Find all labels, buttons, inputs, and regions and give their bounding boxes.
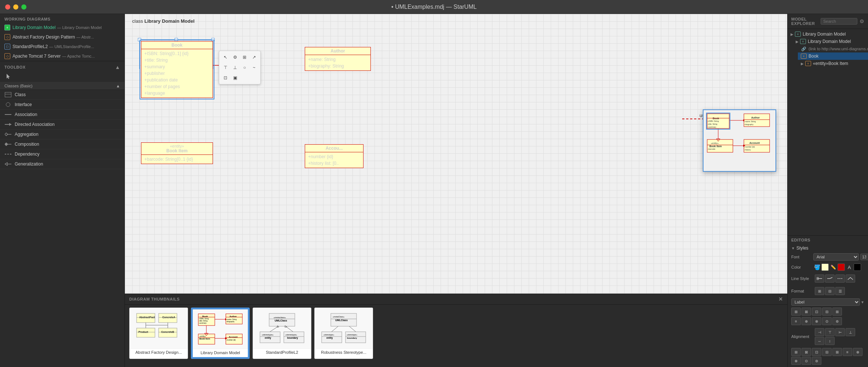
line-style-btn-4[interactable] (846, 275, 855, 283)
model-explorer-gear-icon[interactable]: ⚙ (860, 18, 864, 24)
icon-btn-r2-1[interactable]: ≡ (791, 317, 801, 325)
thumbnail-standard[interactable]: «metaclass» UMLClass «stereotype» entity… (253, 308, 311, 359)
toolbox-cursor-tool[interactable] (0, 72, 124, 82)
align-btn-1[interactable]: ⊣ (815, 328, 824, 336)
tree-item-link[interactable]: 🔗 (link to http://www.uml-diagrams.org/l… (798, 45, 868, 52)
icon-btn-r2-3[interactable]: ⊗ (812, 317, 821, 325)
icon-btn-r3-4[interactable]: ⊟ (822, 348, 832, 356)
author-class[interactable]: Author +name: String +biography: String (305, 47, 371, 71)
toolbox-composition-item[interactable]: Composition (0, 139, 124, 149)
icon-btn-r1-5[interactable]: ⊞ (832, 308, 842, 316)
diagram-sub-tomcat: — Apache Tomc... (62, 54, 95, 58)
format-btn-3[interactable]: ☰ (835, 287, 845, 295)
icon-btn-r3-8[interactable]: ⊗ (791, 357, 801, 365)
minimize-button[interactable] (13, 4, 18, 10)
tree-item-root[interactable]: ▶ ≡ Library Domain Model (788, 30, 868, 38)
color-pencil-icon[interactable]: ✏️ (829, 264, 837, 271)
account-class[interactable]: Accou... +number {id} +history list: [0.… (305, 144, 364, 168)
icon-btn-r3-7[interactable]: ⊕ (853, 348, 862, 356)
toolbox-interface-item[interactable]: Interface (0, 100, 124, 110)
toolbox-collapse-btn[interactable]: ▲ (115, 64, 120, 70)
thumbnail-factory-img: AbstractFact ConcreteA Product ConcreteB (130, 308, 188, 348)
toolbar-btn-gear[interactable]: ⚙ (231, 53, 239, 62)
maximize-button[interactable] (21, 4, 26, 10)
icon-btn-r3-5[interactable]: ⊞ (832, 348, 842, 356)
icon-btn-r3-9[interactable]: ⊙ (802, 357, 811, 365)
tree-item-bookitem[interactable]: ▶ ≡ «entity»Book Item (798, 60, 868, 67)
font-select[interactable]: Arial Helvetica Times New Roman (813, 253, 859, 261)
toolbar-btn-align1[interactable]: ⊤ (221, 63, 230, 72)
toolbox-section-basic[interactable]: Classes (Basic) ▲ (0, 82, 124, 90)
toolbar-btn-select[interactable]: ↖ (221, 53, 230, 62)
line-style-btn-2[interactable] (825, 275, 835, 283)
diagram-item-factory[interactable]: ◇ Abstract Factory Design Pattern — Abst… (0, 32, 124, 42)
label-select[interactable]: Label No Label (791, 298, 860, 306)
format-btn-2[interactable]: ⊟ (825, 287, 835, 295)
toolbar-btn-tilde[interactable]: ~ (250, 63, 258, 72)
toolbar-btn-box2[interactable]: ▣ (231, 73, 239, 82)
thumbnail-library[interactable]: Book +ISBN: String +title: String +summa… (191, 308, 250, 359)
icon-btn-r2-5[interactable]: ⊚ (832, 317, 842, 325)
icon-btn-r1-1[interactable]: ⊞ (791, 308, 801, 316)
svg-line-120 (332, 326, 338, 332)
account-class-name: Accou... (326, 146, 343, 151)
tree-item-book[interactable]: ≡ Book (798, 52, 868, 60)
svg-text:Book Item: Book Item (199, 338, 210, 340)
thumbnail-robustness[interactable]: «metaClass» UMLClass «stereotype» entity… (314, 308, 373, 359)
toolbar-btn-circle[interactable]: ○ (240, 63, 249, 72)
styles-collapse-btn[interactable]: ▼ Styles (790, 244, 866, 252)
tree-label-bookitem: «entity»Book Item (813, 61, 848, 66)
align-btn-5[interactable]: ↔ (815, 337, 824, 345)
tree-item-ldm[interactable]: ▶ ≡ Library Domain Model (793, 38, 868, 45)
font-size-input[interactable] (860, 254, 868, 260)
icon-btn-r2-2[interactable]: ⊕ (802, 317, 811, 325)
toolbox-class-item[interactable]: Class (0, 90, 124, 100)
align-btn-6[interactable]: ↕ (825, 337, 835, 345)
color-text-icon[interactable]: A (846, 264, 853, 271)
toolbox-directed-assoc-item[interactable]: Directed Association (0, 120, 124, 130)
format-btn-1[interactable]: ⊞ (815, 287, 824, 295)
diagram-item-tomcat[interactable]: ◇ Apache Tomcat 7 Server — Apache Tomc..… (0, 51, 124, 61)
toolbox-header: TOOLBOX ▲ (0, 61, 124, 72)
icon-btn-r1-4[interactable]: ⊟ (822, 308, 832, 316)
toolbox-aggregation-item[interactable]: Aggregation (0, 130, 124, 139)
toolbox-dependency-item[interactable]: Dependency (0, 149, 124, 159)
align-btn-2[interactable]: ⊤ (825, 328, 835, 336)
diagram-item-standard[interactable]: ⟨⟩ StandardProfileL2 — UMLStandardProfil… (0, 42, 124, 51)
toolbar-btn-align2[interactable]: ⊥ (231, 63, 239, 72)
icon-btn-r3-2[interactable]: ⊠ (802, 348, 811, 356)
canvas-area[interactable]: writes 1..* +borrowed 0..12 class Librar… (125, 14, 787, 367)
toolbar-btn-box1[interactable]: ⊡ (221, 73, 230, 82)
bookitem-class[interactable]: «entity» Book Item +barcode: String[0..1… (141, 142, 213, 164)
icon-btn-r3-10[interactable]: ⊚ (812, 357, 821, 365)
icon-btn-r3-1[interactable]: ⊞ (791, 348, 801, 356)
thumbnail-factory[interactable]: AbstractFact ConcreteA Product ConcreteB (129, 308, 188, 359)
toolbox-association-item[interactable]: Association (0, 110, 124, 120)
line-style-btn-1[interactable] (815, 275, 824, 283)
thumbnail-close-btn[interactable]: ✕ (778, 296, 783, 302)
toolbox-section-toggle[interactable]: ▲ (116, 84, 120, 88)
diagram-item-library[interactable]: ≡ Library Domain Model — Library Domain … (0, 23, 124, 32)
align-btn-3[interactable]: ⊢ (835, 328, 845, 336)
toolbar-btn-copy[interactable]: ⊞ (240, 53, 249, 62)
color-swatch-black[interactable] (854, 264, 861, 271)
svg-text:+barcode: +barcode (708, 148, 715, 150)
icon-btn-r2-4[interactable]: ⊙ (822, 317, 832, 325)
color-swatch-yellow[interactable] (821, 264, 829, 271)
color-swatch-red[interactable] (838, 264, 845, 271)
toolbox-generalization-item[interactable]: Generalization (0, 159, 124, 169)
label-dropdown-arrow[interactable]: ▼ (861, 300, 864, 304)
align-btn-4[interactable]: ⊥ (846, 328, 855, 336)
book-class[interactable]: Book +ISBN: String[0..1] {id} +title: St… (141, 41, 213, 98)
icon-btn-r3-6[interactable]: ≡ (843, 348, 852, 356)
bookitem-stereotype: «entity» (144, 144, 210, 148)
close-button[interactable] (5, 4, 10, 10)
icon-btn-r3-3[interactable]: ⊡ (812, 348, 821, 356)
line-style-btn-3[interactable] (835, 275, 845, 283)
toolbar-btn-share[interactable]: ↗ (250, 53, 258, 62)
icon-btn-r1-2[interactable]: ⊠ (802, 308, 811, 316)
color-fill-icon[interactable]: 🪣 (813, 264, 821, 271)
tree-arrow-root: ▶ (791, 32, 793, 36)
model-explorer-search[interactable] (821, 18, 857, 25)
icon-btn-r1-3[interactable]: ⊡ (812, 308, 821, 316)
